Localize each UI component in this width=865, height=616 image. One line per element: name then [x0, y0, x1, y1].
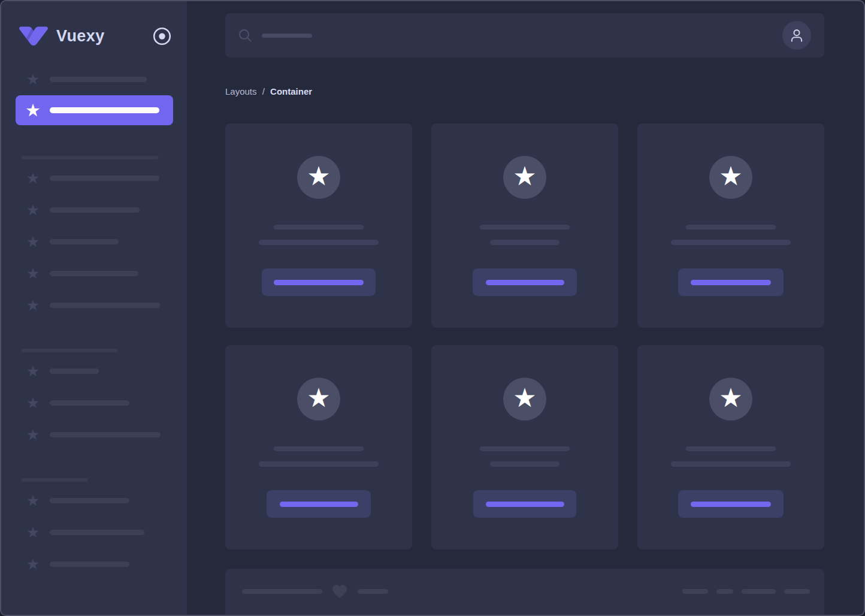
sidebar-item[interactable]: ★	[16, 519, 173, 545]
button-label-skeleton-bar	[691, 502, 771, 507]
menu-label-skeleton-bar	[50, 530, 144, 535]
star-icon: ★	[25, 395, 41, 410]
sidebar-item[interactable]: ★	[16, 389, 173, 416]
sidebar-item[interactable]: ★	[16, 197, 173, 223]
star-icon: ★	[307, 385, 330, 413]
star-icon: ★	[25, 557, 41, 572]
card-button[interactable]	[473, 490, 576, 518]
card-text-skeleton-bar	[490, 461, 559, 467]
footer-skeleton-bar	[358, 589, 388, 594]
sidebar-item[interactable]: ★	[16, 551, 173, 577]
card-button[interactable]	[678, 490, 784, 518]
avatar[interactable]	[782, 21, 811, 50]
footer-skeleton-bar	[784, 589, 810, 594]
sidebar-section-divider	[16, 478, 173, 482]
sidebar-item[interactable]: ★	[16, 66, 173, 92]
app-window: Vuexy ★★★★★★★★★★★★★ Layouts	[0, 0, 865, 616]
footer-left	[242, 586, 388, 597]
sidebar-item[interactable]: ★	[16, 487, 173, 514]
card-button[interactable]	[267, 490, 371, 518]
card: ★	[431, 123, 618, 328]
menu-label-skeleton-bar	[50, 498, 129, 503]
button-label-skeleton-bar	[691, 280, 771, 285]
star-icon: ★	[25, 298, 41, 313]
card-title-skeleton-bar	[686, 225, 776, 230]
sidebar-item[interactable]: ★	[16, 358, 173, 384]
star-icon: ★	[25, 266, 41, 281]
sidebar: Vuexy ★★★★★★★★★★★★★	[1, 1, 187, 615]
star-icon: ★	[513, 163, 536, 192]
card: ★	[431, 345, 618, 549]
sidebar-item[interactable]: ★	[16, 260, 173, 286]
person-icon	[789, 28, 804, 43]
footer-skeleton-bar	[742, 589, 776, 594]
breadcrumb-parent[interactable]: Layouts	[225, 86, 257, 96]
menu-label-skeleton-bar	[50, 239, 119, 244]
star-icon: ★	[25, 102, 41, 119]
menu-label-skeleton-bar	[50, 176, 159, 181]
sidebar-item[interactable]: ★	[16, 165, 173, 191]
sidebar-section-divider	[16, 156, 173, 159]
section-title-skeleton-bar	[21, 349, 118, 352]
card-text-skeleton-bar	[259, 461, 379, 467]
card: ★	[225, 345, 412, 549]
star-icon: ★	[513, 385, 536, 413]
card-avatar: ★	[503, 378, 546, 421]
card-avatar: ★	[709, 156, 752, 199]
star-icon: ★	[25, 427, 41, 442]
button-label-skeleton-bar	[280, 502, 358, 507]
card-title-skeleton-bar	[274, 225, 364, 230]
star-icon: ★	[25, 171, 41, 186]
menu-label-skeleton-bar	[50, 77, 147, 82]
radio-circle-icon[interactable]	[153, 27, 171, 46]
sidebar-item-active[interactable]: ★	[16, 95, 173, 125]
star-icon: ★	[719, 385, 742, 413]
sidebar-item[interactable]: ★	[16, 228, 173, 255]
card-avatar: ★	[503, 156, 546, 199]
sidebar-item[interactable]: ★	[16, 421, 173, 448]
logo-row: Vuexy	[19, 25, 171, 47]
heart-icon	[332, 584, 347, 599]
search-icon	[238, 29, 252, 42]
card-button[interactable]	[473, 268, 577, 296]
menu-label-skeleton-bar	[50, 271, 138, 276]
search-bar[interactable]	[225, 13, 824, 58]
star-icon: ★	[25, 72, 41, 87]
star-icon: ★	[25, 234, 41, 249]
menu-label-skeleton-bar	[50, 107, 159, 113]
card-text-skeleton-bar	[259, 240, 379, 245]
footer-skeleton-bar	[242, 589, 322, 594]
button-label-skeleton-bar	[486, 280, 564, 285]
card-button[interactable]	[262, 268, 376, 296]
menu-label-skeleton-bar	[50, 303, 160, 308]
star-icon: ★	[25, 203, 41, 218]
section-title-skeleton-bar	[21, 156, 159, 159]
menu-label-skeleton-bar	[50, 369, 99, 374]
star-icon: ★	[25, 493, 41, 508]
card-button[interactable]	[678, 268, 784, 296]
card-text-skeleton-bar	[671, 461, 791, 467]
sidebar-section-divider	[16, 349, 173, 352]
card: ★	[637, 345, 824, 549]
star-icon: ★	[25, 525, 41, 540]
card-avatar: ★	[297, 156, 340, 199]
card-title-skeleton-bar	[274, 446, 364, 451]
card-title-skeleton-bar	[686, 446, 776, 451]
card-avatar: ★	[297, 378, 340, 421]
cards-grid: ★★★★★★	[225, 123, 824, 549]
star-icon: ★	[25, 364, 41, 379]
card-text-skeleton-bar	[490, 240, 559, 245]
star-icon: ★	[307, 163, 330, 192]
card: ★	[637, 123, 824, 328]
button-label-skeleton-bar	[274, 280, 364, 285]
footer-skeleton-bar	[682, 589, 708, 594]
app-name: Vuexy	[56, 27, 105, 46]
footer-skeleton-bar	[716, 589, 733, 594]
section-title-skeleton-bar	[21, 478, 88, 482]
card-text-skeleton-bar	[671, 240, 791, 245]
menu-label-skeleton-bar	[50, 207, 140, 213]
vuexy-v-logo-icon	[19, 26, 48, 46]
sidebar-item[interactable]: ★	[16, 292, 173, 318]
main-area: Layouts / Container ★★★★★★	[187, 1, 864, 615]
breadcrumb-current: Container	[270, 86, 312, 96]
